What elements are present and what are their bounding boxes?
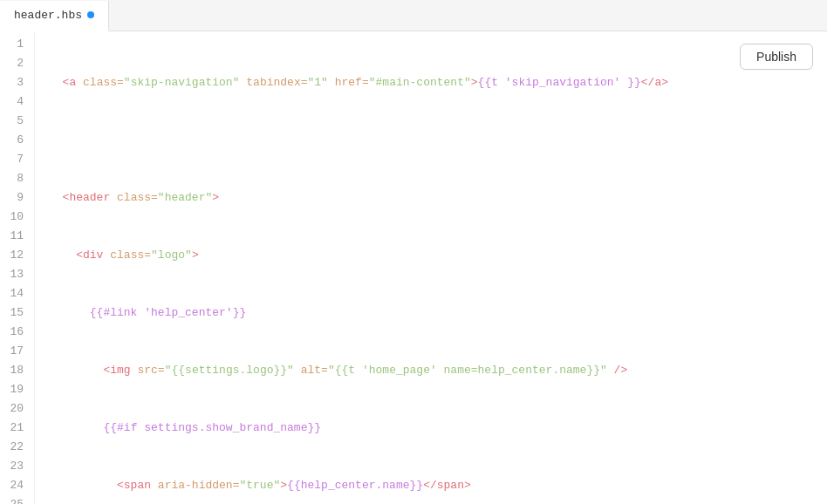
tab-filename: header.hbs (14, 9, 82, 22)
editor-container: 1 2 3 4 5 6 7 8 9 10 11 12 13 14 15 16 1… (0, 31, 827, 504)
line-num-23: 23 (0, 457, 24, 476)
line-num-24: 24 (0, 476, 24, 495)
code-line-6: <img src="{{settings.logo}}" alt="{{t 'h… (49, 361, 827, 380)
line-num-4: 4 (0, 92, 24, 112)
line-num-15: 15 (0, 303, 24, 323)
line-num-19: 19 (0, 380, 24, 399)
line-num-11: 11 (0, 227, 24, 246)
code-editor[interactable]: <a class="skip-navigation" tabindex="1" … (35, 31, 827, 504)
tab-header-hbs[interactable]: header.hbs (0, 1, 109, 31)
code-line-2 (49, 131, 827, 150)
line-num-6: 6 (0, 131, 24, 150)
line-num-21: 21 (0, 419, 24, 438)
code-line-4: <div class="logo"> (49, 246, 827, 265)
line-num-20: 20 (0, 399, 24, 419)
code-line-8: <span aria-hidden="true">{{help_center.n… (49, 476, 827, 495)
line-num-10: 10 (0, 208, 24, 227)
line-num-22: 22 (0, 438, 24, 457)
line-numbers: 1 2 3 4 5 6 7 8 9 10 11 12 13 14 15 16 1… (0, 31, 35, 504)
line-num-17: 17 (0, 342, 24, 361)
code-line-5: {{#link 'help_center'}} (49, 303, 827, 323)
line-num-9: 9 (0, 188, 24, 208)
line-num-1: 1 (0, 35, 24, 54)
code-line-1: <a class="skip-navigation" tabindex="1" … (49, 73, 827, 92)
line-num-2: 2 (0, 54, 24, 73)
line-num-12: 12 (0, 246, 24, 265)
line-num-8: 8 (0, 169, 24, 188)
line-num-3: 3 (0, 73, 24, 92)
tab-modified-dot (87, 11, 94, 18)
line-num-25: 25 (0, 495, 24, 504)
publish-button[interactable]: Publish (740, 44, 813, 70)
line-num-7: 7 (0, 150, 24, 169)
line-num-5: 5 (0, 112, 24, 131)
line-num-18: 18 (0, 361, 24, 380)
line-num-14: 14 (0, 284, 24, 303)
code-line-3: <header class="header"> (49, 188, 827, 208)
line-num-16: 16 (0, 323, 24, 342)
line-num-13: 13 (0, 265, 24, 284)
tab-bar: header.hbs (0, 0, 827, 31)
code-line-7: {{#if settings.show_brand_name}} (49, 419, 827, 438)
